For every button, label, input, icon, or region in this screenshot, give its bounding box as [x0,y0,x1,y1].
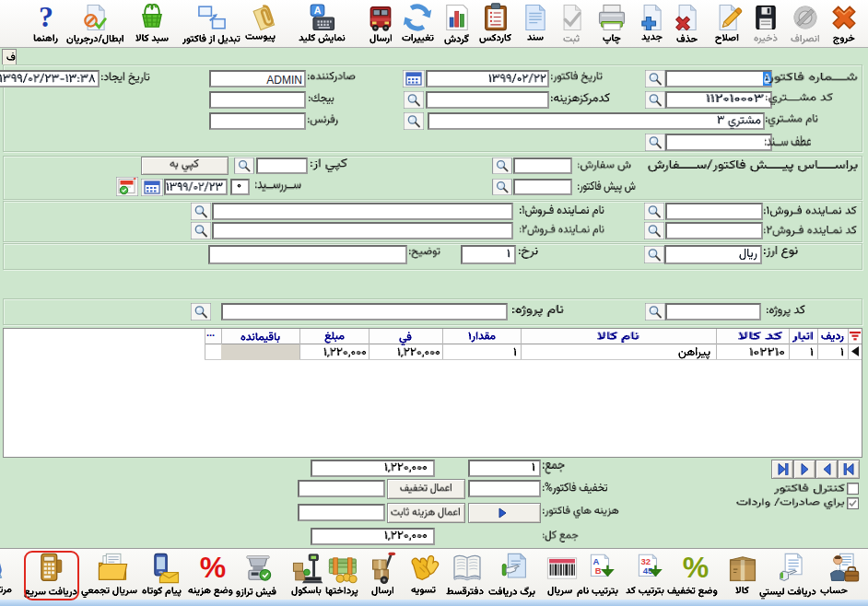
svg-text:A: A [314,5,322,16]
svg-text:B: B [595,565,602,576]
svg-text:A: A [593,556,600,566]
svg-text:32: 32 [641,556,651,566]
